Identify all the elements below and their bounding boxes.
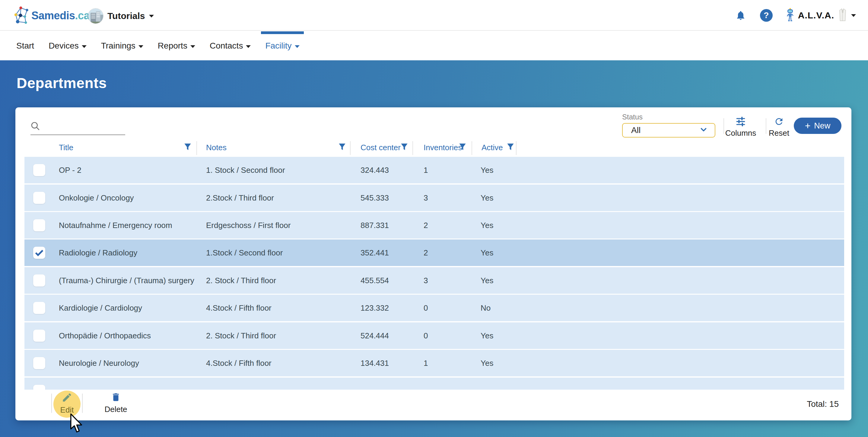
- row-checkbox[interactable]: [33, 275, 45, 286]
- row-checkbox[interactable]: [33, 164, 45, 176]
- cell-notes: 4.Stock / Fifth floor: [206, 350, 272, 376]
- nav-item-trainings[interactable]: Trainings: [101, 31, 143, 60]
- departments-card: Status All Columns: [16, 107, 851, 420]
- cell-title: Neurologie / Neurology: [59, 350, 139, 376]
- column-separator: [471, 141, 472, 155]
- table-row[interactable]: Onkologie / Oncology 2.Stock / Third flo…: [25, 185, 844, 211]
- column-header-cost-center[interactable]: Cost center: [361, 143, 401, 152]
- column-header-title[interactable]: Title: [59, 143, 73, 152]
- filter-icon[interactable]: [506, 142, 515, 153]
- mouse-cursor: [69, 413, 83, 435]
- help-icon[interactable]: ?: [760, 9, 773, 22]
- row-checkbox[interactable]: [33, 192, 45, 204]
- cell-cost-center: 524.444: [361, 322, 389, 349]
- cell-notes: 1. Stock / Second floor: [206, 157, 285, 183]
- cell-title: Orthopädie / Orthopaedics: [59, 322, 151, 349]
- edit-button[interactable]: Edit: [51, 392, 84, 415]
- nav-label: Trainings: [101, 41, 135, 51]
- table-row[interactable]: Kardiologie / Cardiology 4.Stock / Fifth…: [25, 295, 844, 321]
- table-header: Title Notes Cost center Inventories Acti…: [16, 141, 851, 155]
- filter-icon[interactable]: [183, 142, 192, 153]
- status-label: Status: [622, 113, 715, 121]
- filter-icon[interactable]: [399, 142, 409, 153]
- search-icon: [30, 121, 40, 132]
- row-checkbox-checked[interactable]: [33, 247, 45, 259]
- column-separator: [516, 141, 517, 155]
- new-button-label: New: [814, 121, 830, 131]
- cell-cost-center: 134.431: [361, 350, 389, 376]
- cell-inventories: 2: [424, 240, 428, 266]
- table-row[interactable]: OP - 2 1. Stock / Second floor 324.443 1…: [25, 157, 844, 183]
- nav-item-devices[interactable]: Devices: [49, 31, 87, 60]
- nav-item-facility[interactable]: Facility: [265, 31, 299, 60]
- new-button[interactable]: + New: [794, 118, 841, 134]
- column-header-notes[interactable]: Notes: [206, 143, 226, 152]
- table-row-partial[interactable]: [25, 378, 844, 389]
- app-screen: Samedis.care: [0, 0, 868, 437]
- cell-active: Yes: [480, 157, 493, 183]
- chevron-down-icon: [149, 15, 154, 18]
- row-checkbox[interactable]: [33, 302, 45, 314]
- reset-icon: [774, 122, 784, 128]
- nav-label: Facility: [265, 41, 291, 51]
- table-row[interactable]: (Trauma-) Chirurgie / (Trauma) surgery 2…: [25, 267, 844, 294]
- cell-cost-center: 455.554: [361, 267, 389, 294]
- column-separator: [412, 141, 413, 155]
- search-input[interactable]: [44, 123, 120, 132]
- table-row[interactable]: Orthopädie / Orthopaedics 2. Stock / Thi…: [25, 322, 844, 349]
- lab-coat-icon: [838, 8, 847, 23]
- nav-item-start[interactable]: Start: [16, 31, 34, 60]
- cell-title: (Trauma-) Chirurgie / (Trauma) surgery: [59, 267, 194, 294]
- column-separator: [350, 141, 350, 155]
- cell-active: Yes: [480, 322, 493, 349]
- cell-notes: 1.Stock / Second floor: [206, 240, 283, 266]
- column-header-inventories[interactable]: Inventories: [424, 143, 462, 152]
- top-bar-actions: ? A.L.V.A.: [735, 0, 856, 31]
- status-select[interactable]: All: [622, 123, 715, 137]
- cell-title: Radiologie / Radiology: [59, 240, 137, 266]
- edit-pencil-icon: [62, 399, 72, 404]
- nav-item-reports[interactable]: Reports: [158, 31, 195, 60]
- chevron-down-icon: [246, 45, 251, 48]
- delete-trash-icon: [111, 398, 121, 403]
- brand-logo[interactable]: Samedis.care: [14, 6, 99, 25]
- nav-item-contacts[interactable]: Contacts: [210, 31, 251, 60]
- cell-active: Yes: [480, 185, 493, 211]
- chevron-down-icon: [295, 45, 300, 48]
- filter-icon[interactable]: [337, 142, 347, 153]
- row-checkbox[interactable]: [33, 330, 45, 342]
- cell-title: Notaufnahme / Emergency room: [59, 212, 172, 239]
- row-checkbox[interactable]: [33, 357, 45, 369]
- cell-active: No: [480, 295, 491, 321]
- cell-cost-center: 352.441: [361, 240, 389, 266]
- nav-label: Reports: [158, 41, 187, 51]
- filter-icon[interactable]: [458, 142, 467, 153]
- column-separator: [196, 141, 197, 155]
- cell-inventories: 1: [424, 350, 428, 376]
- cell-inventories: 1: [424, 157, 428, 183]
- notifications-bell-icon[interactable]: [735, 10, 746, 21]
- delete-button[interactable]: Delete: [99, 392, 132, 414]
- table-row[interactable]: Neurologie / Neurology 4.Stock / Fifth f…: [25, 350, 844, 376]
- tutorials-avatar: [88, 8, 103, 24]
- user-menu[interactable]: A.L.V.A.: [786, 8, 856, 23]
- cell-inventories: 0: [424, 295, 428, 321]
- cell-notes: 2. Stock / Third floor: [206, 322, 276, 349]
- status-filter: Status All: [622, 113, 715, 137]
- table-row-selected[interactable]: Radiologie / Radiology 1.Stock / Second …: [25, 240, 844, 266]
- cell-cost-center: 887.331: [361, 212, 389, 239]
- cell-title: Onkologie / Oncology: [59, 185, 134, 211]
- cell-active: Yes: [480, 212, 493, 239]
- user-name: A.L.V.A.: [798, 10, 834, 21]
- row-checkbox[interactable]: [33, 385, 45, 389]
- footer-separator: [82, 394, 83, 413]
- table-row[interactable]: Notaufnahme / Emergency room Erdgeschoss…: [25, 212, 844, 239]
- column-header-active[interactable]: Active: [482, 143, 503, 152]
- cell-active: Yes: [480, 350, 493, 376]
- row-checkbox[interactable]: [33, 219, 45, 231]
- cell-notes: 4.Stock / Fifth floor: [206, 295, 272, 321]
- logo-network-icon: [14, 6, 29, 25]
- search-field[interactable]: [30, 119, 125, 135]
- tutorials-menu[interactable]: Tutorials: [88, 8, 154, 24]
- cell-title: OP - 2: [59, 157, 82, 183]
